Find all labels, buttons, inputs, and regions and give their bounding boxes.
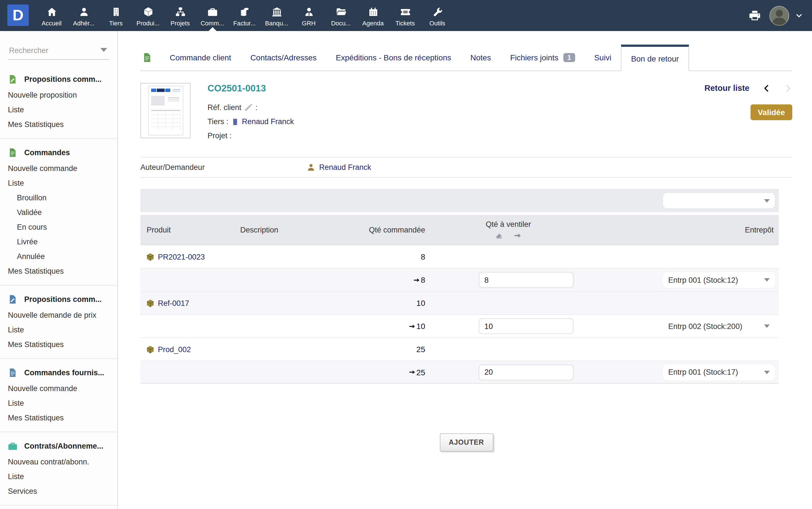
tab-fichiers-joints[interactable]: Fichiers joints 1	[501, 44, 585, 71]
fill-arrow-icon[interactable]	[513, 231, 522, 240]
nav-item-tickets[interactable]: Tickets	[389, 0, 421, 31]
back-to-list-link[interactable]: Retour liste	[704, 83, 749, 93]
tab-exp-ditions-bons-de-r-ceptions[interactable]: Expéditions - Bons de réceptions	[326, 44, 461, 71]
sidebar-section-commandes: Commandes Nouvelle commandeListeBrouillo…	[0, 140, 117, 285]
sidebar-item-liste[interactable]: Liste	[0, 396, 117, 410]
nav-item-agenda[interactable]: Agenda	[357, 0, 389, 31]
nav-item-projets[interactable]: Projets	[164, 0, 196, 31]
folder-icon	[336, 6, 346, 16]
author-row: Auteur/Demandeur Renaud Franck	[140, 157, 792, 178]
sidebar-item-liste[interactable]: Liste	[0, 469, 117, 484]
nav-item-adh-r[interactable]: Adhér...	[68, 0, 100, 31]
search-dropdown-caret-icon[interactable]	[100, 48, 107, 52]
tab-bon-de-retour[interactable]: Bon de retour	[621, 44, 689, 71]
nav-item-grh[interactable]: GRH	[293, 0, 325, 31]
building-icon	[111, 6, 121, 16]
sidebar-item-nouvelle-commande[interactable]: Nouvelle commande	[0, 161, 117, 175]
tab-contacts-adresses[interactable]: Contacts/Adresses	[241, 44, 326, 71]
sidebar-item-mes-statistiques[interactable]: Mes Statistiques	[0, 410, 117, 425]
sidebar-item-liste[interactable]: Liste	[0, 175, 117, 190]
warehouse-select[interactable]: Entrp 001 (Stock:17)	[663, 364, 775, 380]
sidebar-item-services[interactable]: Services	[0, 484, 117, 498]
warehouse-select[interactable]: Entrp 001 (Stock:12)	[663, 272, 775, 288]
nav-item-produi[interactable]: Produi...	[132, 0, 164, 31]
sidebar-section-contrats-abonneme: Contrats/Abonneme... Nouveau contrat/abo…	[0, 433, 117, 506]
user-menu[interactable]	[769, 5, 803, 26]
select-caret-icon	[764, 199, 770, 202]
sidebar-item-nouveau-contrat-abonn[interactable]: Nouveau contrat/abonn.	[0, 454, 117, 469]
app-logo[interactable]: D	[7, 4, 29, 26]
sidebar-item-nouvelle-demande-de-prix[interactable]: Nouvelle demande de prix	[0, 308, 117, 322]
calendar-icon	[368, 6, 378, 16]
sidebar-item-mes-statistiques[interactable]: Mes Statistiques	[0, 117, 117, 132]
nav-item-docu[interactable]: Docu...	[325, 0, 357, 31]
select-caret-icon	[764, 278, 770, 281]
product-ref-link[interactable]: Ref-0017	[158, 299, 189, 307]
tab-suivi[interactable]: Suivi	[585, 44, 621, 71]
arrow-right-icon	[413, 276, 420, 283]
chevron-left-icon[interactable]	[762, 84, 771, 92]
printer-icon[interactable]	[749, 9, 761, 22]
sidebar-section-title[interactable]: Contrats/Abonneme...	[0, 437, 117, 454]
sidebar-item-livr-e[interactable]: Livrée	[0, 234, 117, 249]
qty-input[interactable]	[479, 318, 574, 334]
tab-notes[interactable]: Notes	[461, 44, 501, 71]
document-preview	[148, 86, 183, 135]
sidebar-item-en-cours[interactable]: En cours	[0, 219, 117, 234]
add-button[interactable]: AJOUTER	[440, 433, 493, 451]
qty-to-dispatch: 25	[349, 368, 431, 377]
sidebar: Propositions comm... Nouvelle propositio…	[0, 31, 118, 509]
main-content: Commande client Contacts/Adresses Expédi…	[118, 31, 812, 509]
thirdparty-link[interactable]: Renaud Franck	[242, 114, 294, 129]
lines-filter-select[interactable]	[663, 193, 775, 208]
pencil-icon[interactable]	[244, 103, 253, 112]
nav-item-label: Comm...	[200, 20, 224, 26]
sidebar-item-annul-e[interactable]: Annulée	[0, 249, 117, 264]
nav-item-factur[interactable]: Factur...	[228, 0, 260, 31]
sidebar-item-liste[interactable]: Liste	[0, 322, 117, 337]
document-thumbnail[interactable]	[140, 83, 191, 138]
sidebar-item-nouvelle-proposition[interactable]: Nouvelle proposition	[0, 88, 117, 102]
product-ref-link[interactable]: Prod_002	[158, 345, 191, 353]
top-navbar: D Accueil Adhér... Tiers Produi... Proje…	[0, 0, 812, 31]
arrow-right-icon	[409, 369, 416, 376]
sidebar-section-title[interactable]: Commandes fournis...	[0, 364, 117, 381]
briefcase-icon	[207, 6, 217, 16]
qty-input[interactable]	[479, 364, 574, 380]
nav-item-accueil[interactable]: Accueil	[36, 0, 68, 31]
nav-item-outils[interactable]: Outils	[421, 0, 453, 31]
sidebar-item-nouvelle-commande[interactable]: Nouvelle commande	[0, 381, 117, 396]
tab-commande-client[interactable]: Commande client	[160, 44, 241, 71]
sidebar-item-mes-statistiques[interactable]: Mes Statistiques	[0, 337, 117, 351]
sidebar-section-title[interactable]: Propositions comm...	[0, 290, 117, 308]
sidebar-item-liste[interactable]: Liste	[0, 102, 117, 117]
sidebar-item-valid-e[interactable]: Validée	[0, 205, 117, 219]
app-window: D Accueil Adhér... Tiers Produi... Proje…	[0, 0, 812, 509]
search-input[interactable]	[8, 44, 109, 60]
warehouse-select[interactable]: Entrp 002 (Stock:200)	[663, 318, 775, 334]
qty-to-dispatch: 8	[349, 275, 431, 284]
sidebar-item-brouillon[interactable]: Brouillon	[0, 190, 117, 205]
qty-to-dispatch: 10	[349, 321, 431, 331]
order-icon	[140, 44, 160, 71]
product-ref-link[interactable]: PR2021-0023	[158, 252, 205, 261]
nav-item-label: Agenda	[362, 20, 384, 26]
nav-item-tiers[interactable]: Tiers	[100, 0, 132, 31]
eraser-icon[interactable]	[495, 231, 504, 240]
avatar	[769, 5, 789, 26]
sidebar-item-mes-statistiques[interactable]: Mes Statistiques	[0, 264, 117, 278]
author-link[interactable]: Renaud Franck	[319, 163, 371, 172]
dispatch-table: Produit Description Qté commandée Qté à …	[140, 189, 779, 384]
file-icon	[8, 148, 17, 158]
sidebar-section-title[interactable]: Propositions comm...	[0, 70, 117, 88]
qty-input[interactable]	[479, 272, 574, 288]
nav-item-banqu[interactable]: Banqu...	[260, 0, 293, 31]
nav-item-comm[interactable]: Comm...	[196, 0, 228, 31]
projet-row: Projet :	[208, 129, 294, 143]
tiers-row: Tiers : Renaud Franck	[208, 114, 294, 129]
chevron-right-icon[interactable]	[784, 84, 792, 92]
chevron-down-icon	[795, 11, 803, 20]
nav-item-label: Banqu...	[265, 20, 288, 26]
order-banner: CO2501-0013 Réf. client : Tiers : Renaud…	[140, 71, 792, 143]
sidebar-section-title[interactable]: Commandes	[0, 143, 117, 161]
